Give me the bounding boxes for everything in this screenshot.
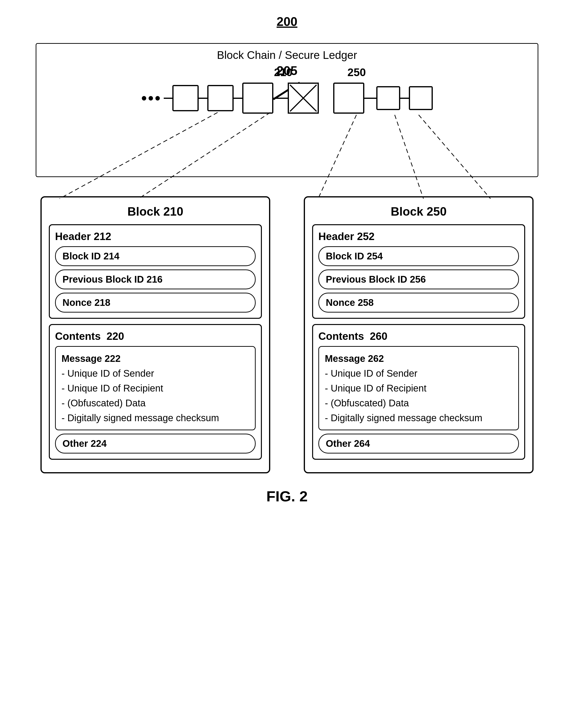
block-210-message-line-2: - Unique ID of Recipient [62, 381, 249, 396]
block-210-nonce: Nonce 218 [55, 293, 256, 312]
block-210-detail: Block 210 Header 212 Block ID 214 Previo… [40, 196, 270, 473]
block-210-contents-label: Contents 220 [55, 330, 256, 342]
figure-number-top: 200 [277, 14, 297, 29]
block-250-header: Header 252 Block ID 254 Previous Block I… [312, 224, 525, 319]
block-250-title: Block 250 [312, 205, 525, 218]
block-210-prev-block-id: Previous Block ID 216 [55, 269, 256, 289]
block-250-message-line-2: - Unique ID of Recipient [325, 381, 512, 396]
page-container: 200 Block Chain / Secure Ledger 205 ••• [0, 0, 574, 728]
blockchain-section: Block Chain / Secure Ledger 205 ••• 210 [36, 43, 538, 177]
block-210-message-line-3: - (Obfuscated) Data [62, 396, 249, 411]
block-210-contents: Contents 220 Message 222 - Unique ID of … [49, 324, 262, 460]
block-210-title: Block 210 [49, 205, 262, 218]
block-250-header-label: Header 252 [318, 230, 519, 243]
chain-block-251 [376, 86, 400, 110]
block-210-block-id: Block ID 214 [55, 246, 256, 266]
block-210-header: Header 212 Block ID 214 Previous Block I… [49, 224, 262, 319]
block-250-message-line-3: - (Obfuscated) Data [325, 396, 512, 411]
chain-block-250 [333, 83, 364, 114]
block-250-contents: Contents 260 Message 262 - Unique ID of … [312, 324, 525, 460]
blockchain-title: Block Chain / Secure Ledger [41, 49, 533, 61]
chain-block-x [288, 83, 319, 114]
block-210-other: Other 224 [55, 434, 256, 454]
chain-connector-1 [164, 98, 172, 99]
block-250-message-line-4: - Digitally signed message checksum [325, 411, 512, 425]
chain-250-group: 250 [333, 83, 433, 114]
block-250-prev-block-id: Previous Block ID 256 [318, 269, 519, 289]
chain-block-1 [172, 85, 199, 111]
block-210-header-label: Header 212 [55, 230, 256, 243]
block-250-contents-label: Contents 260 [318, 330, 519, 342]
chain-connector-6 [400, 98, 409, 99]
chain-connector-3 [234, 98, 242, 99]
chain-connector-5 [364, 98, 376, 99]
block-210-message-line-1: - Unique ID of Sender [62, 366, 249, 381]
block-210-message-title: Message 222 [62, 351, 249, 366]
block-250-message-line-1: - Unique ID of Sender [325, 366, 512, 381]
block-250-message-title: Message 262 [325, 351, 512, 366]
chain-dots: ••• [141, 89, 162, 107]
chain-block-2 [207, 85, 234, 111]
chain-block-252 [409, 86, 433, 110]
block-250-detail: Block 250 Header 252 Block ID 254 Previo… [304, 196, 534, 473]
blocks-detail-row: Block 210 Header 212 Block ID 214 Previo… [40, 196, 534, 473]
block-250-nonce: Nonce 258 [318, 293, 519, 312]
figure-label-bottom: FIG. 2 [266, 488, 308, 505]
chain-connector-4 [273, 98, 288, 99]
label-250: 250 [347, 66, 366, 79]
block-250-other: Other 264 [318, 434, 519, 454]
block-250-message: Message 262 - Unique ID of Sender - Uniq… [318, 346, 519, 430]
block-250-block-id: Block ID 254 [318, 246, 519, 266]
block-210-message: Message 222 - Unique ID of Sender - Uniq… [55, 346, 256, 430]
label-210: 210 [274, 66, 292, 79]
blockchain-container: Block Chain / Secure Ledger 205 ••• 210 [36, 43, 538, 177]
block-210-message-line-4: - Digitally signed message checksum [62, 411, 249, 425]
chain-connector-2 [199, 98, 207, 99]
